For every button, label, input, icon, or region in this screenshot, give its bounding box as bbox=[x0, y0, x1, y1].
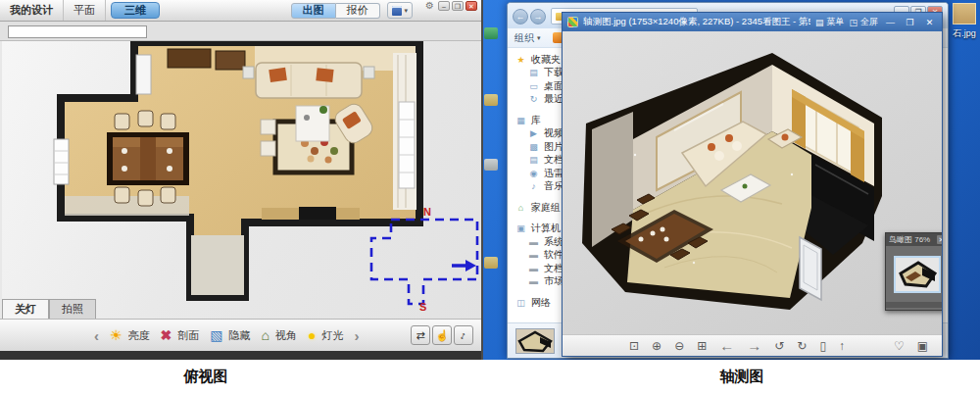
pictures-icon: ▩ bbox=[528, 142, 539, 152]
search-input[interactable] bbox=[8, 25, 147, 38]
delete-icon[interactable]: ▯ bbox=[819, 339, 826, 353]
side-table bbox=[364, 67, 374, 78]
gear-icon[interactable]: ⚙ bbox=[425, 0, 434, 11]
zoom-in-icon[interactable]: ⊕ bbox=[652, 339, 662, 353]
view-angle-tool[interactable]: ⌂ 视角 bbox=[262, 327, 297, 343]
dining-chair bbox=[138, 111, 153, 126]
organize-label: 组织 bbox=[514, 31, 534, 45]
navigator-title: 鸟瞰图 76% bbox=[889, 234, 934, 245]
save-icon bbox=[392, 6, 402, 16]
tab-my-design[interactable]: 我的设计 bbox=[0, 0, 64, 21]
navigator-header[interactable]: 鸟瞰图 76% ✕ bbox=[886, 233, 942, 246]
close-button[interactable]: ✕ bbox=[466, 1, 477, 11]
floorplan-viewport[interactable]: N S bbox=[2, 41, 481, 319]
left-window bbox=[54, 139, 69, 184]
prev-image-icon[interactable]: ← bbox=[719, 337, 734, 354]
wall-mat bbox=[168, 49, 211, 68]
viewer-title: 轴测图.jpg (1753×1240像素, 227KB) - 2345看图王 -… bbox=[583, 16, 810, 28]
desktop-icon[interactable] bbox=[484, 94, 498, 106]
quote-button[interactable]: 报价 bbox=[336, 3, 380, 19]
tab-3d[interactable]: 三维 bbox=[111, 2, 160, 19]
desktop-icon[interactable] bbox=[484, 159, 498, 171]
desktop-icon[interactable] bbox=[484, 27, 498, 39]
fit-icon[interactable]: ⊡ bbox=[629, 339, 639, 353]
actual-size-icon[interactable]: ⊞ bbox=[697, 339, 707, 353]
lighting-tool[interactable]: ● 灯光 bbox=[308, 327, 343, 343]
axonometric-room-image bbox=[576, 37, 909, 331]
designer-bottom-tabs: 关灯 拍照 bbox=[2, 299, 96, 319]
maximize-button[interactable]: ❐ bbox=[903, 18, 917, 27]
hallway-floor bbox=[191, 235, 244, 295]
wall-mat bbox=[216, 51, 245, 70]
viewer-app-icon bbox=[567, 17, 578, 27]
scroll-left-icon[interactable]: ‹ bbox=[94, 327, 99, 344]
side-table bbox=[243, 67, 254, 78]
library-icon: ▦ bbox=[515, 116, 526, 125]
pan-hand-icon[interactable]: ☝ bbox=[432, 325, 452, 345]
export-button[interactable]: 出图 bbox=[291, 3, 336, 19]
navigator-thumbnail[interactable] bbox=[894, 256, 941, 293]
designer-titlebar: 我的设计 平面 三维 出图 报价 ▾ ⚙ – ❐ ✕ bbox=[0, 0, 481, 22]
compass-north-label: N bbox=[423, 206, 431, 218]
rotate-left-icon[interactable]: ↺ bbox=[774, 339, 784, 353]
ottoman bbox=[261, 120, 275, 134]
desktop-icon[interactable] bbox=[484, 257, 498, 269]
designer-actions: 出图 报价 ▾ bbox=[291, 2, 414, 19]
red-x-icon: ✖ bbox=[161, 327, 172, 343]
fullscreen-icon: ◳ bbox=[849, 18, 858, 27]
tab-snapshot[interactable]: 拍照 bbox=[49, 299, 96, 319]
tab-lights-off[interactable]: 关灯 bbox=[2, 299, 49, 319]
viewer-canvas[interactable]: 鸟瞰图 76% ✕ bbox=[563, 31, 942, 334]
ottoman bbox=[261, 141, 275, 156]
viewer-titlebar[interactable]: 轴测图.jpg (1753×1240像素, 227KB) - 2345看图王 -… bbox=[563, 13, 942, 31]
caption-strip: 俯视图 轴测图 bbox=[0, 360, 980, 395]
next-image-icon[interactable]: → bbox=[747, 337, 761, 354]
direction-arrow-icon bbox=[466, 260, 476, 272]
sun-icon: ☀ bbox=[110, 327, 122, 343]
drive-icon: ▬ bbox=[528, 237, 539, 247]
bulb-icon: ● bbox=[308, 327, 316, 343]
minimize-button[interactable]: – bbox=[438, 1, 450, 11]
video-icon: ▶ bbox=[528, 128, 539, 138]
menu-button[interactable]: ▤ 菜单 bbox=[815, 16, 845, 28]
right-window bbox=[399, 102, 415, 188]
document-icon: ▤ bbox=[528, 155, 539, 165]
compass-south-label: S bbox=[419, 301, 426, 313]
forward-button[interactable]: → bbox=[530, 9, 546, 25]
upload-icon[interactable]: ↑ bbox=[839, 339, 845, 353]
back-button[interactable]: ← bbox=[513, 9, 528, 25]
navigator-footer bbox=[886, 302, 942, 308]
fullscreen-button[interactable]: ◳ 全屏 bbox=[849, 16, 878, 28]
save-button[interactable]: ▾ bbox=[387, 2, 414, 19]
zoom-drag-icon[interactable]: ↕ bbox=[454, 325, 473, 345]
favorite-icon[interactable]: ♡ bbox=[894, 339, 905, 353]
dining-chair bbox=[161, 114, 175, 129]
monitor-icon: ▭ bbox=[528, 81, 539, 91]
orbit-icon[interactable]: ⇄ bbox=[411, 325, 430, 345]
zoom-out-icon[interactable]: ⊖ bbox=[674, 339, 684, 353]
left-caption: 俯视图 bbox=[162, 368, 250, 386]
close-button[interactable]: ✕ bbox=[922, 18, 937, 27]
rotate-right-icon[interactable]: ↻ bbox=[797, 339, 807, 353]
white-door bbox=[136, 55, 151, 94]
hide-tool[interactable]: ▧ 隐藏 bbox=[210, 327, 250, 343]
door bbox=[800, 237, 821, 300]
viewer-toolbar: ⊡ ⊕ ⊖ ⊞ ← → ↺ ↻ ▯ ↑ ♡ ▣ bbox=[563, 334, 942, 356]
designer-subbar bbox=[0, 22, 481, 41]
brightness-tool[interactable]: ☀ 亮度 bbox=[110, 327, 150, 343]
tab-plan[interactable]: 平面 bbox=[64, 0, 106, 21]
navigator-thumbnail-art bbox=[896, 258, 939, 291]
screenshot-icon[interactable]: ▣ bbox=[917, 339, 928, 353]
scroll-right-icon[interactable]: › bbox=[354, 327, 359, 344]
cube-icon: ▧ bbox=[210, 327, 222, 343]
close-icon[interactable]: ✕ bbox=[937, 235, 942, 244]
chevron-down-icon: ▾ bbox=[405, 7, 409, 15]
restore-button[interactable]: ❐ bbox=[452, 1, 464, 11]
stone-image-desktop-icon[interactable] bbox=[953, 3, 976, 25]
house-icon: ⌂ bbox=[262, 327, 270, 343]
organize-menu[interactable]: 组织 ▾ bbox=[514, 31, 541, 45]
image-viewer-window: 轴测图.jpg (1753×1240像素, 227KB) - 2345看图王 -… bbox=[562, 12, 943, 357]
minimize-button[interactable]: — bbox=[883, 18, 898, 27]
section-tool[interactable]: ✖ 剖面 bbox=[161, 327, 200, 343]
navigator-body bbox=[886, 246, 942, 302]
